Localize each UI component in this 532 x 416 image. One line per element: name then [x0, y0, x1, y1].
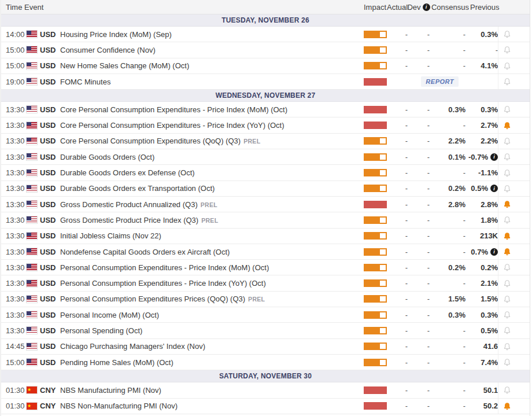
alert-cell — [498, 165, 530, 180]
event-row[interactable]: 13:30 USD Personal Consumption Expenditu… — [1, 275, 530, 291]
event-row[interactable]: 13:30 USD Gross Domestic Product Annuali… — [1, 197, 530, 212]
event-name[interactable]: NBS Non-Manufacturing PMI (Nov) — [60, 402, 364, 410]
event-row[interactable]: 14:00 USD Housing Price Index (MoM) (Sep… — [1, 27, 530, 42]
alert-bell-icon[interactable] — [503, 402, 512, 411]
alert-bell-icon[interactable] — [503, 30, 512, 39]
event-row[interactable]: 13:30 USD Nondefense Capital Goods Order… — [1, 244, 530, 260]
event-row[interactable]: 13:30 USD Personal Spending (Oct) - - - … — [1, 323, 530, 338]
event-name[interactable]: Initial Jobless Claims (Nov 22) — [60, 231, 364, 240]
event-name[interactable]: Core Personal Consumption Expenditures -… — [60, 121, 364, 130]
event-row[interactable]: 13:30 USD Core Personal Consumption Expe… — [1, 134, 530, 149]
consensus-value: - — [430, 342, 466, 351]
event-row[interactable]: 13:30 USD Personal Consumption Expenditu… — [1, 292, 530, 307]
impact-indicator — [364, 169, 387, 176]
event-title: Personal Consumption Expenditures Prices… — [60, 294, 245, 303]
dev-info-icon[interactable]: i — [423, 3, 430, 11]
event-name[interactable]: New Home Sales Change (MoM) (Oct) — [60, 61, 364, 70]
alert-bell-icon[interactable] — [503, 77, 512, 86]
previous-value: 2.2% — [481, 137, 498, 145]
deviation-value: - — [408, 105, 430, 114]
event-row[interactable]: 15:00 USD Consumer Confidence (Nov) - - … — [1, 42, 530, 58]
event-name[interactable]: Durable Goods Orders ex Transportation (… — [60, 184, 364, 193]
alert-bell-icon[interactable] — [503, 310, 512, 319]
event-row[interactable]: 13:30 USD Durable Goods Orders ex Defens… — [1, 165, 530, 181]
event-row[interactable]: 13:30 USD Core Personal Consumption Expe… — [1, 117, 530, 133]
event-row[interactable]: 13:30 USD Core Personal Consumption Expe… — [1, 102, 530, 117]
event-row[interactable]: 01:30 CNY NBS Non-Manufacturing PMI (Nov… — [1, 399, 530, 414]
event-name[interactable]: Personal Consumption Expenditures - Pric… — [60, 279, 364, 288]
alert-bell-icon[interactable] — [503, 168, 512, 178]
actual-value: - — [387, 168, 408, 177]
event-row[interactable]: 14:45 USD Chicago Purchasing Managers' I… — [1, 339, 530, 355]
event-row[interactable]: 15:00 USD Pending Home Sales (MoM) (Oct)… — [1, 355, 530, 370]
event-name[interactable]: NBS Manufacturing PMI (Nov) — [60, 386, 364, 395]
impact-indicator — [364, 264, 387, 271]
event-title: Consumer Confidence (Nov) — [60, 46, 156, 54]
event-name[interactable]: Core Personal Consumption Expenditures -… — [60, 105, 364, 114]
alert-bell-icon[interactable] — [503, 385, 512, 395]
event-row[interactable]: 13:30 USD Gross Domestic Product Price I… — [1, 212, 530, 228]
event-name[interactable]: Personal Income (MoM) (Oct) — [60, 311, 364, 319]
impact-bar-filled — [364, 137, 379, 145]
impact-bar-empty — [379, 359, 387, 366]
us-flag-icon — [27, 78, 37, 85]
alert-bell-icon[interactable] — [503, 358, 512, 367]
alert-bell-icon[interactable] — [503, 247, 512, 256]
event-name[interactable]: Gross Domestic Product Annualized (Q3) P… — [60, 200, 364, 209]
event-row[interactable]: 19:00 USD FOMC Minutes REPORT i — [1, 74, 530, 90]
event-name[interactable]: Durable Goods Orders (Oct) — [60, 153, 364, 161]
previous-cell: 41.6 i — [466, 342, 498, 351]
alert-bell-icon[interactable] — [503, 105, 512, 114]
alert-bell-icon[interactable] — [503, 137, 512, 146]
event-row[interactable]: 13:30 USD Durable Goods Orders ex Transp… — [1, 181, 530, 197]
deviation-value: - — [408, 386, 430, 395]
impact-bar-filled — [364, 201, 387, 208]
impact-indicator — [364, 327, 387, 334]
event-name[interactable]: Nondefense Capital Goods Orders ex Aircr… — [60, 248, 364, 256]
alert-bell-icon[interactable] — [503, 326, 512, 335]
alert-bell-icon[interactable] — [503, 342, 512, 351]
alert-bell-icon[interactable] — [503, 184, 512, 193]
event-row[interactable]: 13:30 USD Personal Income (MoM) (Oct) - … — [1, 307, 530, 323]
event-row[interactable]: 13:30 USD Personal Consumption Expenditu… — [1, 260, 530, 275]
event-row[interactable]: 13:30 USD Durable Goods Orders (Oct) - -… — [1, 149, 530, 165]
actual-value: - — [387, 216, 408, 224]
actual-value: - — [387, 279, 408, 288]
event-name[interactable]: Consumer Confidence (Nov) — [60, 46, 364, 54]
event-name[interactable]: Housing Price Index (MoM) (Sep) — [60, 30, 364, 39]
event-name[interactable]: FOMC Minutes — [60, 78, 364, 86]
event-name[interactable]: Personal Consumption Expenditures Prices… — [60, 294, 364, 303]
event-name[interactable]: Core Personal Consumption Expenditures (… — [60, 137, 364, 145]
alert-bell-icon[interactable] — [503, 263, 512, 272]
alert-bell-icon[interactable] — [503, 279, 512, 288]
event-title: Core Personal Consumption Expenditures -… — [60, 105, 287, 114]
us-flag-icon — [27, 359, 37, 366]
revision-info-icon[interactable]: i — [490, 248, 498, 256]
alert-bell-icon[interactable] — [503, 200, 512, 209]
alert-bell-icon[interactable] — [503, 45, 512, 54]
consensus-value: 0.3% — [430, 105, 466, 114]
alert-bell-icon[interactable] — [503, 61, 512, 71]
alert-bell-icon[interactable] — [503, 215, 512, 224]
event-row[interactable]: 01:30 CNY NBS Manufacturing PMI (Nov) - … — [1, 382, 530, 398]
event-name[interactable]: Durable Goods Orders ex Defense (Oct) — [60, 168, 364, 177]
event-row[interactable]: 15:00 USD New Home Sales Change (MoM) (O… — [1, 58, 530, 74]
us-flag-icon — [27, 248, 37, 255]
revision-info-icon[interactable]: i — [490, 185, 498, 192]
deviation-value: - — [408, 358, 430, 367]
event-name[interactable]: Chicago Purchasing Managers' Index (Nov) — [60, 342, 364, 351]
consensus-value: - — [430, 168, 466, 177]
report-link[interactable]: REPORT — [421, 76, 459, 87]
event-name[interactable]: Personal Spending (Oct) — [60, 326, 364, 335]
event-name[interactable]: Pending Home Sales (MoM) (Oct) — [60, 358, 364, 367]
impact-bar-filled — [364, 359, 379, 366]
alert-bell-icon[interactable] — [503, 121, 512, 130]
alert-bell-icon[interactable] — [503, 231, 512, 241]
event-row[interactable]: 13:30 USD Initial Jobless Claims (Nov 22… — [1, 229, 530, 244]
event-name[interactable]: Gross Domestic Product Price Index (Q3) … — [60, 216, 364, 224]
revision-info-icon[interactable]: i — [490, 153, 498, 161]
alert-bell-icon[interactable] — [503, 152, 512, 161]
event-time: 14:00 — [1, 30, 24, 39]
alert-bell-icon[interactable] — [503, 294, 512, 304]
event-name[interactable]: Personal Consumption Expenditures - Pric… — [60, 263, 364, 272]
